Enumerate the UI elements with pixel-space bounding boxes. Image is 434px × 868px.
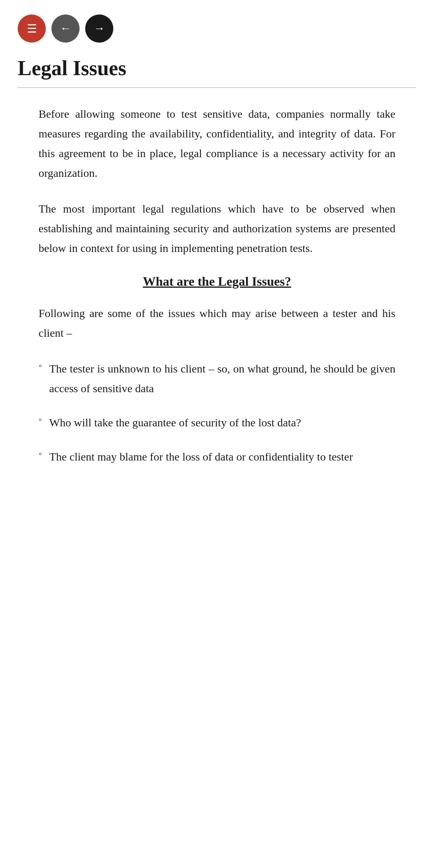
page-title: Legal Issues: [0, 52, 434, 87]
menu-button[interactable]: ☰: [18, 14, 46, 43]
bullet-1: ◦: [39, 360, 42, 371]
section-heading: What are the Legal Issues?: [39, 274, 395, 289]
list-item: ◦ The tester is unknown to his client – …: [39, 359, 395, 398]
top-navigation: ☰ ← →: [0, 0, 434, 52]
back-button[interactable]: ←: [51, 14, 80, 43]
list-text-3: The client may blame for the loss of dat…: [49, 447, 353, 467]
list-item: ◦ Who will take the guarantee of securit…: [39, 413, 395, 432]
forward-arrow-icon: →: [94, 22, 105, 35]
bullet-2: ◦: [39, 414, 42, 425]
list-intro: Following are some of the issues which m…: [39, 303, 395, 343]
paragraph-2: The most important legal regulations whi…: [39, 199, 395, 258]
menu-icon: ☰: [27, 22, 37, 35]
title-divider: [18, 87, 416, 88]
list-text-1: The tester is unknown to his client – so…: [49, 359, 395, 398]
bullet-3: ◦: [39, 448, 42, 459]
paragraph-1: Before allowing someone to test sensitiv…: [39, 104, 395, 183]
list-item: ◦ The client may blame for the loss of d…: [39, 447, 395, 467]
forward-button[interactable]: →: [85, 14, 113, 43]
content-area: Before allowing someone to test sensitiv…: [0, 104, 434, 467]
back-arrow-icon: ←: [60, 22, 71, 35]
list-text-2: Who will take the guarantee of security …: [49, 413, 301, 432]
